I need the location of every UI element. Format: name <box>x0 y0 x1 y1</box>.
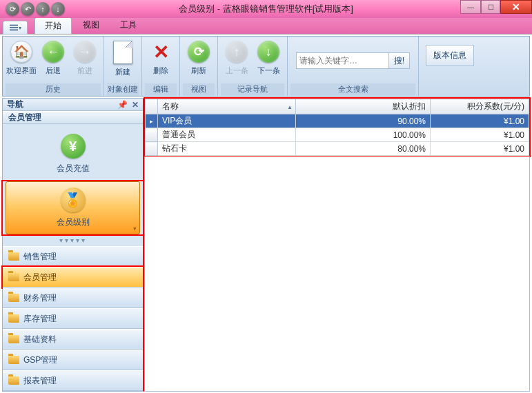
prev-record-button: ↑ 上一条 <box>221 38 253 83</box>
row-indicator <box>146 142 158 156</box>
acc-member[interactable]: 会员管理 <box>3 267 143 288</box>
sidebar-section-member[interactable]: 会员管理 <box>3 111 143 124</box>
col-points[interactable]: 积分系数(元/分) <box>431 99 529 114</box>
cell-points: ¥1.00 <box>431 142 529 156</box>
cell-name: VIP会员 <box>158 114 296 128</box>
main-area: 名称▲ 默认折扣 积分系数(元/分) ▸ VIP会员 90.00% ¥1.00 … <box>144 98 530 392</box>
nav-item-recharge[interactable]: ¥ 会员充值 <box>6 128 140 180</box>
folder-icon <box>8 252 19 261</box>
table-row[interactable]: ▸ VIP会员 90.00% ¥1.00 <box>146 114 529 128</box>
svg-rect-2 <box>10 30 18 31</box>
nav-more-dots: ▾▾▾▾▾ <box>3 236 143 245</box>
acc-basic[interactable]: 基础资料 <box>3 329 143 350</box>
sidebar-close-icon[interactable]: ✕ <box>132 100 139 110</box>
cell-discount: 100.00% <box>296 128 431 142</box>
window-title: 会员级别 - 蓝格眼镜销售管理软件[试用版本] <box>179 3 353 15</box>
menubar: ▾ 开始 视图 工具 <box>0 18 532 34</box>
cell-points: ¥1.00 <box>431 128 529 142</box>
acc-gsp[interactable]: GSP管理 <box>3 350 143 370</box>
ribbon: 🏠 欢迎界面 ← 后退 → 前进 历史 新建 对象创建 ✕ <box>2 36 530 97</box>
prev-icon: ↑ <box>226 41 248 63</box>
version-info-button[interactable]: 版本信息 <box>426 45 474 66</box>
sidebar: 导航 📌 ✕ 会员管理 ¥ 会员充值 🏅 会员级别 ▾▾▾▾▾ 销售管理 会员管… <box>2 98 144 392</box>
tab-tools[interactable]: 工具 <box>110 17 146 34</box>
sidebar-header: 导航 📌 ✕ <box>3 99 143 111</box>
svg-rect-0 <box>10 25 18 26</box>
close-button[interactable]: ✕ <box>500 0 532 14</box>
group-view-label: 视图 <box>183 83 215 96</box>
acc-finance[interactable]: 财务管理 <box>3 288 143 308</box>
folder-icon <box>8 356 19 364</box>
folder-icon <box>8 314 19 323</box>
group-edit-label: 编辑 <box>145 83 177 96</box>
tab-start[interactable]: 开始 <box>35 17 72 34</box>
titlebar: ⟳ ↶ ↑ ↓ 会员级别 - 蓝格眼镜销售管理软件[试用版本] — ☐ ✕ <box>0 0 532 18</box>
back-button[interactable]: ← 后退 <box>37 38 69 83</box>
pin-icon[interactable]: 📌 <box>117 100 128 110</box>
new-button[interactable]: 新建 <box>107 38 139 83</box>
refresh-icon: ⟳ <box>188 41 210 63</box>
folder-icon <box>8 376 19 385</box>
cell-points: ¥1.00 <box>431 114 529 128</box>
row-indicator <box>146 128 158 142</box>
col-discount[interactable]: 默认折扣 <box>296 99 431 114</box>
folder-icon <box>8 335 19 343</box>
tb-up-icon[interactable]: ↑ <box>36 2 50 16</box>
sort-asc-icon: ▲ <box>287 103 293 110</box>
folder-icon <box>8 273 19 281</box>
tb-refresh-icon[interactable]: ⟳ <box>6 2 19 16</box>
back-icon: ← <box>42 41 64 63</box>
welcome-button[interactable]: 🏠 欢迎界面 <box>6 38 37 83</box>
recharge-icon: ¥ <box>61 134 86 159</box>
search-button[interactable]: 搜! <box>389 52 410 69</box>
member-level-table[interactable]: 名称▲ 默认折扣 积分系数(元/分) ▸ VIP会员 90.00% ¥1.00 … <box>145 99 529 156</box>
row-indicator: ▸ <box>146 114 158 128</box>
new-doc-icon <box>113 41 132 64</box>
next-record-button[interactable]: ↓ 下一条 <box>253 38 284 83</box>
nav-item-level[interactable]: 🏅 会员级别 <box>6 181 140 234</box>
delete-button[interactable]: ✕ 删除 <box>145 38 177 83</box>
group-create-label: 对象创建 <box>107 83 139 96</box>
cell-discount: 80.00% <box>296 142 431 156</box>
table-empty-area <box>144 157 530 392</box>
acc-report[interactable]: 报表管理 <box>3 370 143 391</box>
folder-icon <box>8 294 19 302</box>
tb-down-icon[interactable]: ↓ <box>51 2 65 16</box>
delete-icon: ✕ <box>150 41 172 63</box>
col-name[interactable]: 名称▲ <box>158 99 296 114</box>
group-search-label: 全文搜索 <box>290 83 415 96</box>
sidebar-title: 导航 <box>7 99 23 110</box>
table-row[interactable]: 钻石卡 80.00% ¥1.00 <box>146 142 529 156</box>
search-input[interactable] <box>296 52 389 69</box>
home-icon: 🏠 <box>10 41 32 63</box>
forward-button: → 前进 <box>69 38 101 83</box>
tab-view[interactable]: 视图 <box>73 17 109 34</box>
tb-undo-icon[interactable]: ↶ <box>21 2 35 16</box>
level-icon: 🏅 <box>61 188 86 212</box>
table-row[interactable]: 普通会员 100.00% ¥1.00 <box>146 128 529 142</box>
acc-sales[interactable]: 销售管理 <box>3 246 143 267</box>
cell-name: 钻石卡 <box>158 142 296 156</box>
refresh-button[interactable]: ⟳ 刷新 <box>183 38 215 83</box>
forward-icon: → <box>74 41 96 63</box>
maximize-button[interactable]: ☐ <box>481 0 500 14</box>
group-history-label: 历史 <box>6 83 101 96</box>
cell-name: 普通会员 <box>158 128 296 142</box>
row-header-col <box>146 99 158 114</box>
group-recordnav-label: 记录导航 <box>221 83 284 96</box>
svg-rect-1 <box>10 27 18 28</box>
acc-stock[interactable]: 库存管理 <box>3 308 143 329</box>
cell-discount: 90.00% <box>296 114 431 128</box>
next-icon: ↓ <box>257 41 279 63</box>
minimize-button[interactable]: — <box>460 0 481 14</box>
app-menu-dropdown[interactable]: ▾ <box>3 21 28 34</box>
